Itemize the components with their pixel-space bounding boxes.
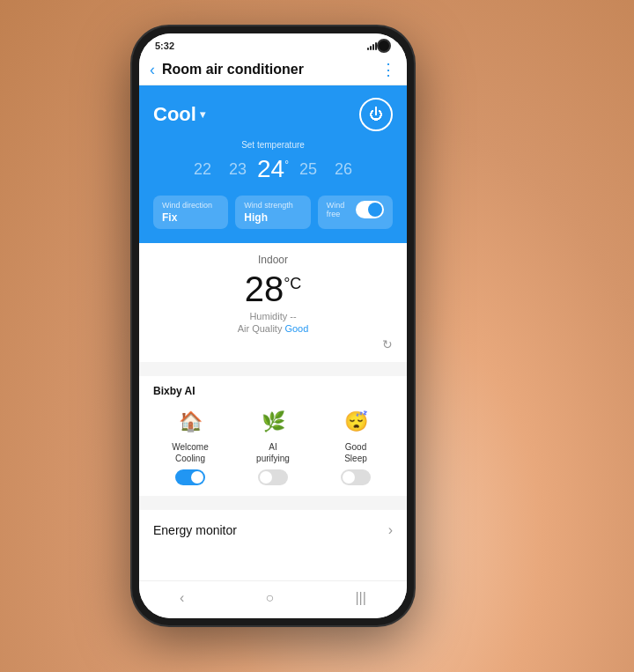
status-bar: 5:32 🔋 [139, 33, 407, 55]
camera-notch [377, 39, 391, 53]
wind-strength-value: High [244, 211, 301, 224]
welcome-cooling-label: WelcomeCooling [172, 441, 209, 464]
indoor-temperature: 28°C [153, 270, 393, 309]
phone-shell: 5:32 🔋 ‹ Room air conditioner ⋮ [132, 26, 414, 625]
bixby-item-ai-purifying: 🌿 AIpurifying [236, 406, 310, 485]
page-title: Room air conditioner [162, 62, 380, 78]
temp-25[interactable]: 25 [291, 160, 326, 179]
wind-free-label: Wind free [327, 201, 357, 218]
nav-home-button[interactable]: ○ [266, 590, 275, 606]
wind-direction-control[interactable]: Wind direction Fix [153, 196, 228, 229]
wind-free-control: Wind free [318, 196, 393, 229]
indoor-humidity: Humidity -- [153, 311, 393, 321]
air-quality-prefix: Air Quality [238, 323, 285, 334]
wind-strength-control[interactable]: Wind strength High [235, 196, 310, 229]
wind-direction-label: Wind direction [162, 201, 219, 210]
power-button[interactable]: ⏻ [359, 98, 393, 131]
wind-free-row: Wind free [327, 201, 384, 218]
indoor-temp-unit: °C [284, 275, 301, 292]
welcome-cooling-toggle[interactable] [175, 469, 205, 485]
temp-24-active[interactable]: 24° [255, 155, 291, 183]
indoor-air-quality: Air Quality Good [153, 323, 393, 334]
wind-free-toggle[interactable] [356, 201, 384, 218]
ac-controls: Wind direction Fix Wind strength High Wi… [153, 196, 393, 229]
indoor-temp-value: 28 [245, 270, 284, 308]
wind-strength-label: Wind strength [244, 201, 301, 210]
set-temp-label: Set temperature [153, 140, 393, 150]
air-quality-value: Good [284, 323, 308, 334]
bixby-item-good-sleep: 😴 GoodSleep [319, 406, 393, 485]
indoor-section: Indoor 28°C Humidity -- Air Quality Good… [139, 243, 407, 362]
bixby-item-welcome-cooling: 🏠 WelcomeCooling [153, 406, 227, 485]
ai-purifying-label: AIpurifying [256, 441, 290, 464]
ac-header-top: Cool ▾ ⏻ [153, 98, 393, 131]
nav-back-button[interactable]: ‹ [180, 590, 184, 606]
good-sleep-toggle-thumb [343, 471, 355, 484]
good-sleep-toggle[interactable] [341, 469, 371, 485]
good-sleep-label: GoodSleep [344, 441, 367, 464]
phone-screen: 5:32 🔋 ‹ Room air conditioner ⋮ [139, 33, 407, 618]
wind-direction-value: Fix [162, 211, 219, 224]
bixby-section: Bixby AI 🏠 WelcomeCooling 🌿 AIpurifying [139, 369, 407, 496]
top-bar: ‹ Room air conditioner ⋮ [139, 55, 407, 85]
temp-26[interactable]: 26 [326, 160, 361, 179]
good-sleep-icon: 😴 [340, 406, 372, 438]
energy-monitor-title: Energy monitor [153, 523, 237, 537]
more-options-button[interactable]: ⋮ [380, 60, 396, 79]
temperature-row: 22 23 24° 25 26 [153, 155, 393, 183]
bixby-items: 🏠 WelcomeCooling 🌿 AIpurifying [153, 406, 393, 485]
refresh-icon[interactable]: ↻ [153, 337, 393, 351]
ai-purifying-toggle-thumb [260, 471, 272, 484]
energy-monitor-section[interactable]: Energy monitor › [139, 503, 407, 550]
mode-label: Cool [153, 103, 196, 126]
energy-monitor-chevron: › [388, 522, 393, 538]
ai-purifying-icon: 🌿 [257, 406, 289, 438]
back-button[interactable]: ‹ [150, 61, 155, 79]
welcome-cooling-toggle-thumb [191, 471, 203, 484]
welcome-cooling-icon: 🏠 [174, 406, 206, 438]
mode-dropdown-icon: ▾ [200, 108, 205, 121]
divider-2 [139, 496, 407, 503]
indoor-section-title: Indoor [153, 254, 393, 266]
mode-selector[interactable]: Cool ▾ [153, 103, 205, 126]
temp-22[interactable]: 22 [185, 160, 220, 179]
ac-header: Cool ▾ ⏻ Set temperature 22 23 24° 25 26… [139, 85, 407, 243]
temp-23[interactable]: 23 [220, 160, 255, 179]
ai-purifying-toggle[interactable] [258, 469, 288, 485]
nav-recent-button[interactable]: ||| [355, 590, 365, 606]
bixby-title: Bixby AI [153, 385, 393, 397]
status-time: 5:32 [155, 41, 174, 51]
divider-1 [139, 362, 407, 369]
wind-free-toggle-thumb [368, 203, 382, 217]
scene: 5:32 🔋 ‹ Room air conditioner ⋮ [0, 0, 634, 672]
nav-bar: ‹ ○ ||| [139, 580, 407, 618]
signal-icon [367, 41, 377, 50]
